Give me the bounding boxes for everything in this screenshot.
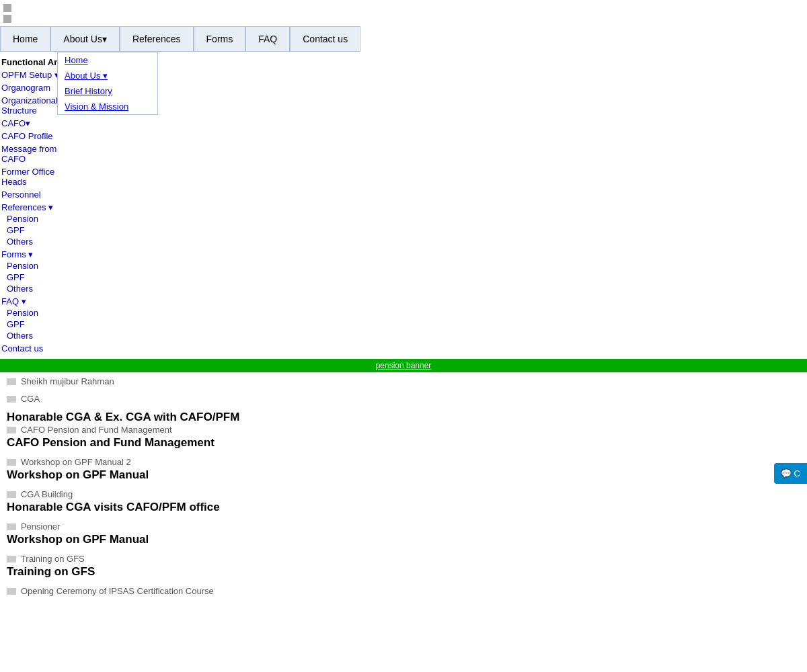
pensioner-title: Workshop on GPF Manual <box>7 533 800 546</box>
sidebar-section-personnel: Personnel <box>0 189 81 200</box>
sidebar-contact[interactable]: Contact us <box>0 343 81 354</box>
sidebar-faq-sub: Pension GPF Others <box>0 307 81 341</box>
sidebar-references-sub: Pension GPF Others <box>0 213 81 247</box>
sidebar-section-message-cafo: Message from CAFO <box>0 143 81 165</box>
dropdown-brief-history[interactable]: Brief History <box>58 83 157 99</box>
pensioner-image <box>7 523 16 530</box>
cga-image <box>7 396 16 403</box>
nav-faq[interactable]: FAQ <box>245 26 290 52</box>
sidebar-section-former-heads: Former Office Heads <box>0 166 81 187</box>
slide-cafo-pension-item: CAFO Pension and Fund Management <box>7 424 800 435</box>
sidebar-faq-others[interactable]: Others <box>5 330 81 341</box>
pensioner-caption: Pensioner <box>21 521 61 532</box>
sidebar-section-forms: Forms ▾ Pension GPF Others <box>0 249 81 294</box>
nav-references[interactable]: References <box>120 26 194 52</box>
sidebar-forms-pension[interactable]: Pension <box>5 260 81 271</box>
slide-cga-excga: Honarable CGA & Ex. CGA with CAFO/PFM CA… <box>7 411 800 450</box>
sheikh-caption: Sheikh mujibur Rahman <box>21 376 114 386</box>
about-dropdown: Home About Us ▾ Brief History Vision & M… <box>57 52 158 115</box>
sidebar-section-contact: Contact us <box>0 343 81 354</box>
sidebar-ref-gpf[interactable]: GPF <box>5 224 81 236</box>
sheikh-image <box>7 378 16 385</box>
slide-gpf-workshop: Workshop on GPF Manual 2 Workshop on GPF… <box>7 456 800 482</box>
sidebar-cafo[interactable]: CAFO▾ <box>0 118 81 129</box>
nav-forms[interactable]: Forms <box>194 26 246 52</box>
training-gfs-title: Training on GFS <box>7 565 800 579</box>
main-content: Sheikh mujibur Rahman CGA Honarable CGA … <box>0 372 807 606</box>
dropdown-home[interactable]: Home <box>58 52 157 68</box>
green-bar: pension banner <box>0 359 807 372</box>
dropdown-vision-mission[interactable]: Vision & Mission <box>58 99 157 114</box>
nav-about[interactable]: About Us ▾ <box>50 26 120 52</box>
sidebar-faq[interactable]: FAQ ▾ <box>0 296 81 307</box>
sidebar-section-references: References ▾ Pension GPF Others <box>0 202 81 247</box>
nav-contact[interactable]: Contact us <box>290 26 360 52</box>
navbar: Home About Us ▾ References Forms FAQ Con… <box>0 26 807 52</box>
header <box>0 0 807 25</box>
sidebar-ref-pension[interactable]: Pension <box>5 213 81 224</box>
nav-container: Home About Us ▾ References Forms FAQ Con… <box>0 26 807 52</box>
chat-widget[interactable]: 💬 C <box>774 463 807 484</box>
sidebar-forms-others[interactable]: Others <box>5 283 81 294</box>
gpf-workshop-caption: Workshop on GPF Manual 2 <box>21 457 131 467</box>
sidebar-faq-gpf[interactable]: GPF <box>5 319 81 330</box>
cga-building-image <box>7 491 16 498</box>
sidebar-references[interactable]: References ▾ <box>0 202 81 213</box>
sidebar-forms[interactable]: Forms ▾ <box>0 249 81 260</box>
slide-sheikh: Sheikh mujibur Rahman <box>7 376 800 386</box>
ipsas-image <box>7 588 16 595</box>
sidebar-section-cafo: CAFO▾ <box>0 118 81 129</box>
cga-building-caption: CGA Building <box>21 489 73 499</box>
slide-cga-pic: CGA <box>7 393 800 404</box>
gpf-workshop-title: Workshop on GPF Manual <box>7 468 800 482</box>
sidebar-former-heads[interactable]: Former Office Heads <box>0 166 81 187</box>
banner-text[interactable]: pension banner <box>376 361 432 370</box>
cga-caption: CGA <box>21 394 40 404</box>
training-gfs-image <box>7 556 16 562</box>
cafo-pension-image <box>7 427 16 433</box>
gpf-workshop-image <box>7 459 16 466</box>
nav-home[interactable]: Home <box>0 26 50 52</box>
slide-cga-excga-title: Honarable CGA & Ex. CGA with CAFO/PFM <box>7 411 800 424</box>
sidebar-ref-others[interactable]: Others <box>5 236 81 247</box>
sidebar-cafo-profile[interactable]: CAFO Profile <box>0 130 81 142</box>
cafo-pension-caption: CAFO Pension and Fund Management <box>21 425 172 435</box>
chat-label: C <box>794 468 800 478</box>
logo-icon <box>3 4 11 12</box>
logo-icon-2 <box>3 15 11 23</box>
chat-icon: 💬 <box>781 468 792 478</box>
sidebar-forms-sub: Pension GPF Others <box>0 260 81 294</box>
slide-pensioner: Pensioner Workshop on GPF Manual <box>7 521 800 546</box>
cga-building-title: Honarable CGA visits CAFO/PFM office <box>7 501 800 514</box>
sidebar-section-cafo-profile: CAFO Profile <box>0 130 81 142</box>
dropdown-about[interactable]: About Us ▾ <box>58 68 157 83</box>
slide-cga-building: CGA Building Honarable CGA visits CAFO/P… <box>7 489 800 514</box>
sidebar-faq-pension[interactable]: Pension <box>5 307 81 319</box>
cafo-pension-title: CAFO Pension and Fund Management <box>7 436 800 450</box>
sidebar-personnel[interactable]: Personnel <box>0 189 81 200</box>
slide-ipsas: Opening Ceremony of IPSAS Certification … <box>7 585 800 596</box>
ipsas-caption: Opening Ceremony of IPSAS Certification … <box>21 586 214 596</box>
sidebar-message-cafo[interactable]: Message from CAFO <box>0 143 81 165</box>
training-gfs-caption: Training on GFS <box>21 554 85 564</box>
sidebar-forms-gpf[interactable]: GPF <box>5 271 81 283</box>
sidebar-section-faq: FAQ ▾ Pension GPF Others <box>0 296 81 341</box>
slide-training-gfs: Training on GFS Training on GFS <box>7 553 800 579</box>
